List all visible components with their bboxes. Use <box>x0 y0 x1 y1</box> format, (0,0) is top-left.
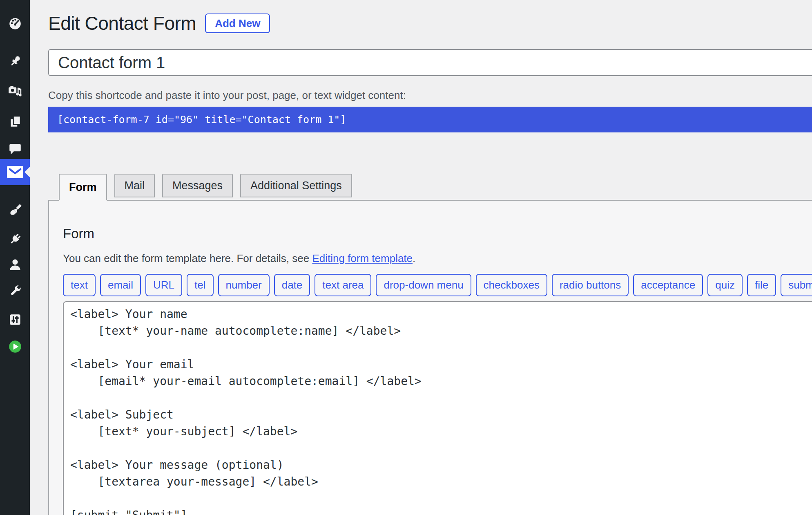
sidebar-item-media[interactable] <box>0 78 30 104</box>
tag-button-text-area[interactable]: text area <box>315 274 371 296</box>
form-title-input[interactable] <box>48 49 812 76</box>
sidebar-item-posts[interactable] <box>0 48 30 74</box>
sidebar-item-users[interactable] <box>0 252 30 278</box>
comment-bubble-icon <box>8 141 22 156</box>
page-header: Edit Contact Form Add New <box>48 12 812 34</box>
tag-button-submit[interactable]: submit <box>781 274 812 296</box>
page-title: Edit Contact Form <box>48 12 196 34</box>
panel-heading: Form <box>63 226 812 242</box>
tab-mail[interactable]: Mail <box>114 174 155 197</box>
tab-additional-settings[interactable]: Additional Settings <box>240 174 352 197</box>
editor-tabs: FormMailMessagesAdditional Settings <box>48 174 812 201</box>
tag-button-email[interactable]: email <box>100 274 141 296</box>
tag-button-checkboxes[interactable]: checkboxes <box>476 274 547 296</box>
sidebar-item-comments[interactable] <box>0 136 30 162</box>
tag-generator-row: textemailURLtelnumberdatetext areadrop-d… <box>63 274 812 296</box>
dashboard-icon <box>8 16 22 31</box>
tag-button-file[interactable]: file <box>747 274 776 296</box>
sliders-icon <box>8 312 22 327</box>
form-panel: Form You can edit the form template here… <box>48 200 812 515</box>
tag-button-number[interactable]: number <box>218 274 270 296</box>
description-period: . <box>413 252 415 264</box>
sidebar-item-tools[interactable] <box>0 278 30 304</box>
paintbrush-icon <box>7 202 23 218</box>
plug-icon <box>8 232 22 246</box>
sidebar-item-pages[interactable] <box>0 109 30 135</box>
add-new-button[interactable]: Add New <box>205 13 270 34</box>
editing-form-template-link[interactable]: Editing form template <box>312 252 413 264</box>
tag-button-radio-buttons[interactable]: radio buttons <box>552 274 629 296</box>
description-text: You can edit the form template here. For… <box>63 252 312 264</box>
tag-button-acceptance[interactable]: acceptance <box>633 274 703 296</box>
tab-messages[interactable]: Messages <box>162 174 233 197</box>
user-icon <box>8 258 22 272</box>
sidebar-item-plugins[interactable] <box>0 226 30 252</box>
main-content: Edit Contact Form Add New Copy this shor… <box>30 0 812 515</box>
play-circle-icon <box>7 339 23 354</box>
admin-sidebar <box>0 0 30 515</box>
shortcode-field[interactable]: [contact-form-7 id="96" title="Contact f… <box>48 107 812 132</box>
tag-button-tel[interactable]: tel <box>187 274 213 296</box>
tag-button-drop-down-menu[interactable]: drop-down menu <box>376 274 471 296</box>
sidebar-item-settings[interactable] <box>0 307 30 333</box>
media-icon <box>7 83 23 98</box>
form-editor: FormMailMessagesAdditional Settings Form… <box>48 174 812 515</box>
tag-button-date[interactable]: date <box>274 274 310 296</box>
sidebar-item-appearance[interactable] <box>0 197 30 223</box>
sidebar-item-extra-plugin[interactable] <box>0 334 30 360</box>
tag-button-text[interactable]: text <box>63 274 96 296</box>
pushpin-icon <box>8 54 22 69</box>
tag-button-quiz[interactable]: quiz <box>707 274 743 296</box>
form-template-textarea[interactable]: <label> Your name [text* your-name autoc… <box>63 301 812 515</box>
wrench-icon <box>7 283 23 299</box>
shortcode-caption: Copy this shortcode and paste it into yo… <box>48 89 812 102</box>
tab-form[interactable]: Form <box>59 174 107 201</box>
panel-description: You can edit the form template here. For… <box>63 252 812 265</box>
mail-icon <box>6 165 24 179</box>
tag-button-url[interactable]: URL <box>145 274 182 296</box>
sidebar-item-contact[interactable] <box>0 159 30 185</box>
sidebar-item-dashboard[interactable] <box>0 11 30 37</box>
pages-icon <box>8 114 22 129</box>
